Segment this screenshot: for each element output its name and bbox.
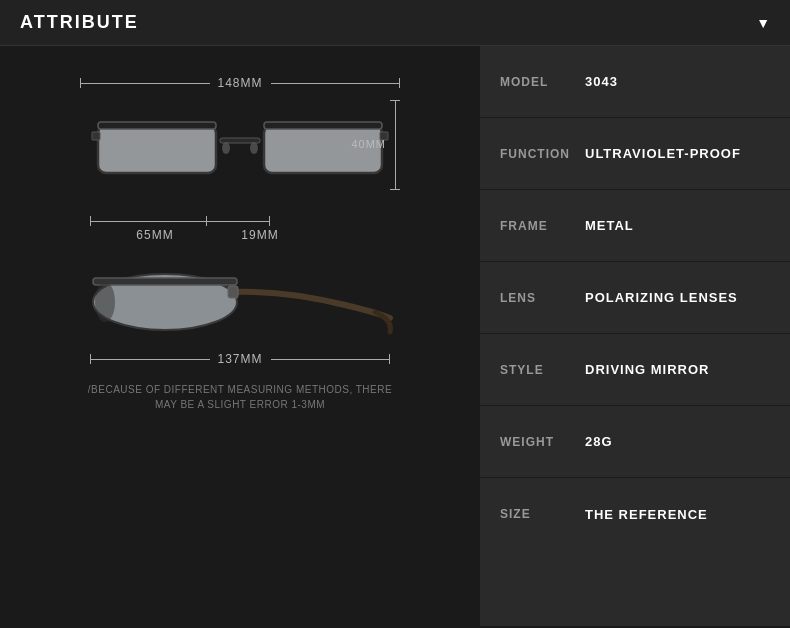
glasses-front-view [90, 110, 390, 200]
spec-value-3: POLARIZING LENSES [585, 290, 738, 305]
header: ATTRIBUTE ▼ [0, 0, 790, 46]
spec-value-4: DRIVING MIRROR [585, 362, 710, 377]
disclaimer-line2: MAY BE A SLIGHT ERROR 1-3MM [88, 397, 392, 412]
disclaimer-line1: /BECAUSE OF DIFFERENT MEASURING METHODS,… [88, 382, 392, 397]
main-content: 148MM [0, 46, 790, 626]
spec-value-6: THE REFERENCE [585, 507, 708, 522]
spec-label-1: FUNCTION [500, 147, 585, 161]
height-label: 40MM [351, 138, 386, 150]
svg-rect-5 [98, 122, 216, 129]
lens-width-label: 65MM [90, 228, 220, 242]
svg-rect-3 [92, 132, 100, 140]
spec-row-size: SIZETHE REFERENCE [480, 478, 790, 550]
spec-row-frame: FRAMEMETAL [480, 190, 790, 262]
spec-value-1: ULTRAVIOLET-PROOF [585, 146, 741, 161]
spec-label-0: MODEL [500, 75, 585, 89]
spec-row-lens: LENSPOLARIZING LENSES [480, 262, 790, 334]
bridge-width-label: 19MM [220, 228, 300, 242]
spec-label-4: STYLE [500, 363, 585, 377]
svg-point-7 [222, 142, 230, 154]
svg-rect-6 [264, 122, 382, 129]
spec-value-0: 3043 [585, 74, 618, 89]
spec-label-5: WEIGHT [500, 435, 585, 449]
svg-rect-1 [98, 125, 216, 173]
spec-row-weight: WEIGHT28G [480, 406, 790, 478]
diagram-panel: 148MM [0, 46, 480, 626]
spec-label-2: FRAME [500, 219, 585, 233]
svg-rect-10 [93, 278, 237, 285]
spec-row-function: FUNCTIONULTRAVIOLET-PROOF [480, 118, 790, 190]
spec-label-6: SIZE [500, 507, 585, 521]
spec-row-model: MODEL3043 [480, 46, 790, 118]
width-top-label: 148MM [218, 76, 263, 90]
spec-label-3: LENS [500, 291, 585, 305]
width-side-label: 137MM [218, 352, 263, 366]
spec-value-5: 28G [585, 434, 613, 449]
page-title: ATTRIBUTE [20, 12, 139, 33]
svg-point-12 [95, 282, 115, 322]
glasses-side-view [85, 260, 395, 350]
expand-arrow-icon[interactable]: ▼ [756, 15, 770, 31]
spec-value-2: METAL [585, 218, 634, 233]
spec-row-style: STYLEDRIVING MIRROR [480, 334, 790, 406]
svg-point-8 [250, 142, 258, 154]
svg-rect-11 [228, 286, 238, 298]
specs-panel: MODEL3043FUNCTIONULTRAVIOLET-PROOFFRAMEM… [480, 46, 790, 626]
